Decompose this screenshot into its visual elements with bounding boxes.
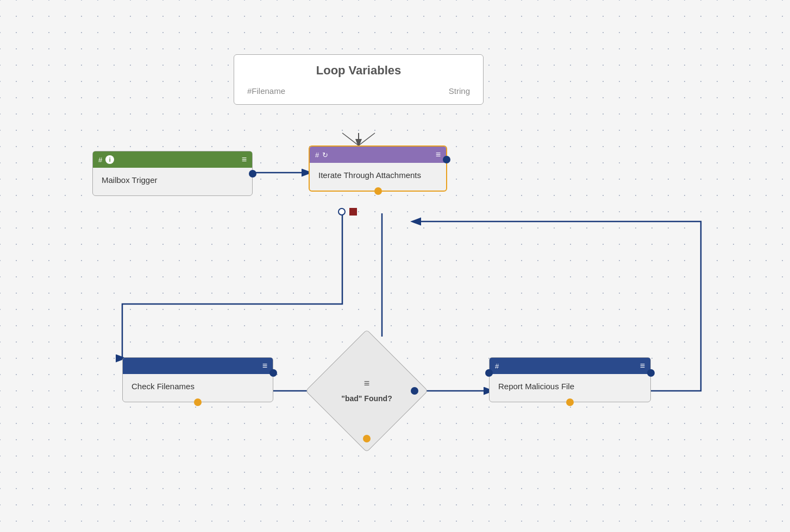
mailbox-trigger-label: Mailbox Trigger	[102, 175, 158, 185]
mailbox-trigger-header: # i ≡	[93, 151, 252, 168]
report-right-connector[interactable]	[647, 369, 655, 377]
iterate-right-connector[interactable]	[443, 156, 450, 163]
report-bottom-connector[interactable]	[566, 398, 574, 406]
loop-variable-name: #Filename	[247, 86, 285, 96]
iterate-attachments-label: Iterate Through Attachments	[318, 170, 421, 180]
loop-variables-body: #Filename String	[234, 82, 483, 104]
report-malicious-label: Report Malicious File	[498, 382, 574, 391]
bad-found-diamond-container[interactable]: ≡ "bad" Found?	[318, 342, 416, 440]
iterate-loop-icon: ↻	[322, 151, 328, 159]
loop-red-marker	[349, 208, 357, 216]
check-filenames-right-connector[interactable]	[269, 369, 277, 377]
report-left-connector[interactable]	[485, 369, 493, 377]
report-hash-icon: #	[495, 362, 499, 370]
info-icon: i	[105, 155, 114, 164]
diamond-bottom-connector[interactable]	[363, 435, 371, 442]
report-malicious-header: # ≡	[490, 358, 650, 374]
report-menu-icon[interactable]: ≡	[640, 361, 645, 371]
bad-found-label: "bad" Found?	[341, 394, 392, 403]
check-filenames-header: ≡	[123, 358, 273, 374]
loop-variables-title: Loop Variables	[234, 55, 483, 82]
iterate-hash-icon: #	[315, 151, 319, 159]
check-filenames-menu-icon[interactable]: ≡	[262, 361, 267, 371]
iterate-attachments-body: Iterate Through Attachments	[310, 163, 446, 191]
iterate-bottom-connector[interactable]	[374, 187, 382, 195]
bad-found-diamond-content: ≡ "bad" Found?	[318, 342, 416, 440]
report-malicious-body: Report Malicious File	[490, 374, 650, 402]
diamond-right-connector[interactable]	[411, 387, 418, 395]
loop-white-connector	[338, 208, 346, 216]
check-filenames-label: Check Filenames	[131, 382, 195, 391]
menu-icon[interactable]: ≡	[242, 155, 247, 164]
mailbox-trigger-node[interactable]: # i ≡ Mailbox Trigger	[92, 151, 253, 196]
check-filenames-node[interactable]: ≡ Check Filenames	[122, 357, 273, 402]
check-filenames-body: Check Filenames	[123, 374, 273, 402]
mailbox-trigger-body: Mailbox Trigger	[93, 168, 252, 195]
iterate-attachments-node[interactable]: # ↻ ≡ Iterate Through Attachments	[309, 145, 447, 192]
loop-variable-type: String	[449, 86, 470, 96]
workflow-canvas: Loop Variables #Filename String # i ≡ Ma…	[0, 0, 790, 532]
mailbox-trigger-right-connector[interactable]	[249, 170, 256, 178]
hash-icon: #	[98, 156, 102, 164]
iterate-attachments-header: # ↻ ≡	[310, 147, 446, 163]
iterate-menu-icon[interactable]: ≡	[436, 150, 441, 160]
loop-variables-box: Loop Variables #Filename String	[234, 54, 484, 105]
check-filenames-bottom-connector[interactable]	[194, 398, 202, 406]
diamond-menu-icon: ≡	[364, 378, 370, 389]
report-malicious-file-node[interactable]: # ≡ Report Malicious File	[489, 357, 651, 402]
